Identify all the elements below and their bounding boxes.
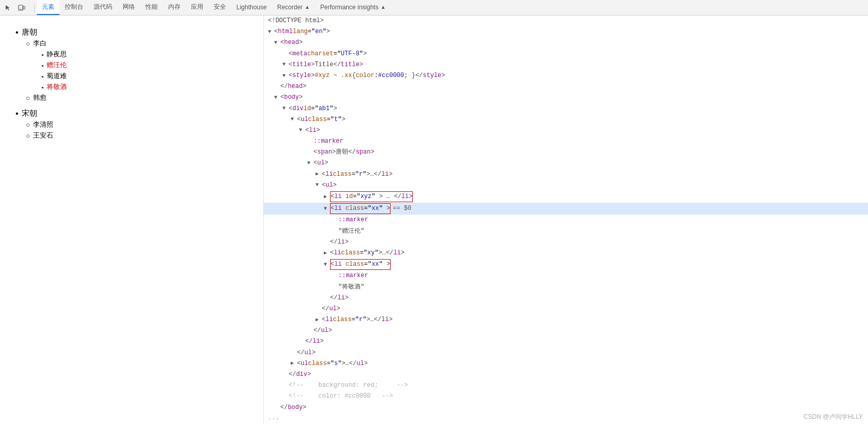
browser-content-list: 唐朝 李白 静夜思 赠汪伦 蜀道难 <box>16 27 248 140</box>
triangle-right-icon: ▶ <box>316 316 321 324</box>
bullet-circle <box>26 94 33 102</box>
item-text: 静夜思 <box>47 50 67 59</box>
devtools-line-ul-s[interactable]: ▶ <ul class="s" > … </ul> <box>264 358 868 369</box>
attr-eq: =" <box>308 27 315 37</box>
red-box-3: <li class="xx" > <box>330 259 391 270</box>
tab-recorder-label: Recorder <box>277 4 303 11</box>
triangle-down-icon: ▼ <box>268 28 273 36</box>
right-panel[interactable]: <!DOCTYPE html> ▼ <html lang="en" > ▼ <h… <box>264 16 868 424</box>
bullet-square <box>41 62 47 69</box>
triangle-down-icon: ▼ <box>274 94 279 102</box>
devtools-line-marker1[interactable]: ▼ ::marker <box>264 136 868 147</box>
devtools-line-comment-1[interactable]: ▼ <!-- background: red; --> <box>264 380 868 391</box>
devtools-line-li-xx-selected[interactable]: ▼ <li class="xx" > == $0 <box>264 203 868 215</box>
devtools-line-span-tang[interactable]: ▼ <span> 唐朝 </span> <box>264 147 868 158</box>
red-box-1: <li id="xyz" > … </li> <box>330 191 413 202</box>
list-item: 唐朝 <box>16 27 248 37</box>
item-text: 王安石 <box>33 131 53 140</box>
devtools-line-div-ab1[interactable]: ▼ <div id="ab1" > <box>264 103 868 114</box>
triangle-down-icon: ▼ <box>282 104 288 113</box>
devtools-line-li[interactable]: ▼ <li> <box>264 125 868 136</box>
devtools-line-li-r-1[interactable]: ▶ <li class="r" > … </li> <box>264 169 868 180</box>
devtools-line-style[interactable]: ▼ <style> #xyz ~ .xx{ color: #cc0000 ; }… <box>264 70 868 81</box>
tab-network[interactable]: 网络 <box>117 0 140 15</box>
devtools-line-li-r-2[interactable]: ▶ <li class="r" > … </li> <box>264 314 868 325</box>
devtools-line-meta[interactable]: ▼ <meta charset="UTF-8" > <box>264 49 868 59</box>
devtools-line-html[interactable]: ▼ <html lang="en" > <box>264 26 868 37</box>
devtools-line-doctype[interactable]: <!DOCTYPE html> <box>264 16 868 26</box>
devtools-line-ul-close-1[interactable]: ▼ </ul> <box>264 304 868 314</box>
list-item: 宋朝 <box>16 109 248 118</box>
item-text: 韩愈 <box>33 93 47 102</box>
tab-perf-insights[interactable]: Performance insights ▲ <box>315 0 391 15</box>
devtools-line-ul-inner[interactable]: ▼ <ul> <box>264 158 868 169</box>
triangle-down-icon: ▼ <box>316 181 321 189</box>
devtools-line-ul-close-3[interactable]: ▼ </ul> <box>264 347 868 358</box>
triangle-down-icon: ▼ <box>324 205 329 213</box>
bullet-circle <box>26 132 33 140</box>
triangle-right-icon: ▶ <box>291 359 296 368</box>
devtools-line-text-jiang[interactable]: ▼ "将敬酒" <box>264 282 868 293</box>
list-item: 静夜思 <box>16 50 248 59</box>
devtools-line-head[interactable]: ▼ <head> <box>264 37 868 48</box>
list-item: 王安石 <box>16 131 248 140</box>
bullet-square <box>41 51 47 58</box>
tab-console[interactable]: 控制台 <box>59 0 88 15</box>
devtools-line-text-zeng[interactable]: ▼ "赠汪伦" <box>264 226 868 237</box>
triangle-down-icon: ▼ <box>274 39 279 47</box>
red-box-2: <li class="xx" > <box>330 203 391 214</box>
devtools-line-ul-close-2[interactable]: ▼ </ul> <box>264 325 868 336</box>
list-item: 蜀道难 <box>16 71 248 81</box>
triangle-down-icon: ▼ <box>282 60 288 69</box>
tab-elements[interactable]: 元素 <box>37 0 59 15</box>
tab-security[interactable]: 安全 <box>208 0 231 15</box>
tab-memory[interactable]: 内存 <box>163 0 186 15</box>
devtools-line-dots[interactable]: ... <box>264 413 868 423</box>
tab-source[interactable]: 源代码 <box>88 0 117 15</box>
attr-name: lang <box>293 27 308 37</box>
devtools-line-head-close[interactable]: ▼ </head> <box>264 81 868 92</box>
devtools-line-marker-2[interactable]: ▼ ::marker <box>264 270 868 281</box>
bullet-square <box>41 83 47 91</box>
devtools-line-li-close-2[interactable]: ▼ </li> <box>264 293 868 304</box>
list-item: 李白 <box>16 39 248 48</box>
devtools-line-li-close-1[interactable]: ▼ </li> <box>264 237 868 248</box>
svg-rect-1 <box>23 6 25 9</box>
triangle-right-icon: ▶ <box>324 249 329 258</box>
tab-recorder[interactable]: Recorder ▲ <box>272 0 315 15</box>
devtools-line-ul-t[interactable]: ▼ <ul class="t" > <box>264 114 868 125</box>
devtools-toolbar: 元素 控制台 源代码 网络 性能 内存 应用 安全 Lighthouse Rec… <box>0 0 868 16</box>
devtools-line-title[interactable]: ▼ <title> Title </title> <box>264 59 868 70</box>
tab-application[interactable]: 应用 <box>186 0 208 15</box>
toolbar-icons <box>2 2 28 14</box>
item-text: 赠汪伦 <box>47 60 67 70</box>
devtools-line-li-xx-2[interactable]: ▼ <li class="xx" > <box>264 259 868 270</box>
attr-value: en <box>315 27 322 37</box>
watermark: CSDN @卢同学HLLY <box>803 413 863 421</box>
devtools-line-comment-2[interactable]: ▼ <!-- color: #cc0000 --> <box>264 391 868 402</box>
cursor-icon[interactable] <box>2 2 14 14</box>
list-item: 将敬酒 <box>16 82 248 92</box>
tab-lighthouse[interactable]: Lighthouse <box>231 0 272 15</box>
list-item: 赠汪伦 <box>16 60 248 70</box>
devtools-line-li-xyz[interactable]: ▶ <li id="xyz" > … </li> <box>264 191 868 203</box>
devtools-line-li-xy[interactable]: ▶ <li class="xy" > … </li> <box>264 248 868 259</box>
device-icon[interactable] <box>16 2 28 14</box>
item-text: 将敬酒 <box>47 82 67 92</box>
devtools-line-marker-inner[interactable]: ▼ ::marker <box>264 215 868 225</box>
tab-list: 元素 控制台 源代码 网络 性能 内存 应用 安全 Lighthouse Rec… <box>37 0 866 15</box>
tab-perf-insights-icon: ▲ <box>381 4 386 10</box>
tab-performance[interactable]: 性能 <box>140 0 163 15</box>
eq-dollar: == $0 <box>393 204 411 214</box>
devtools-line-div-close[interactable]: ▼ </div> <box>264 369 868 380</box>
devtools-line-ul-2[interactable]: ▼ <ul> <box>264 180 868 191</box>
triangle-down-icon: ▼ <box>282 72 288 80</box>
devtools-line-body-close[interactable]: ▼ </body> <box>264 402 868 413</box>
tag-close: > <box>326 27 330 37</box>
devtools-line-li-close-outer[interactable]: ▼ </li> <box>264 336 868 347</box>
bullet-disc <box>16 28 22 37</box>
devtools-line-body[interactable]: ▼ <body> <box>264 92 868 103</box>
item-text: 宋朝 <box>22 109 37 118</box>
bullet-disc <box>16 109 22 118</box>
attr-close: " <box>323 27 326 37</box>
